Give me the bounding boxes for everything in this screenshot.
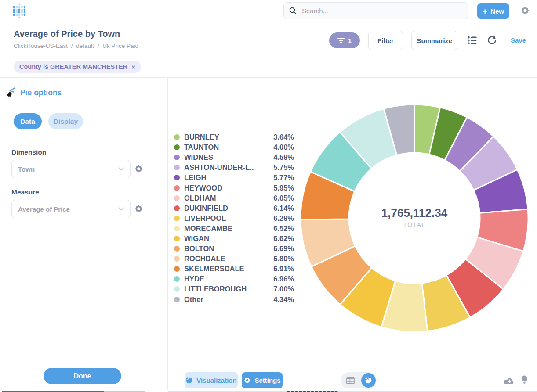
logo-dot [24,14,26,16]
logo-dot [24,9,26,11]
legend-item[interactable]: LIVERPOOL6.29% [174,213,294,223]
legend-color-dot [174,246,180,252]
measure-value: Average of Price [18,205,70,213]
legend-color-dot [174,195,180,201]
dimension-select[interactable]: Town [11,160,131,178]
logo-dot [16,14,18,16]
dimension-gear-icon[interactable] [134,164,143,173]
logo-dot [18,14,21,16]
legend-label: BURNLEY [184,133,273,141]
table-view-icon[interactable] [346,377,355,384]
chevron-down-icon [119,207,124,211]
donut-chart [299,103,530,333]
logo-dot [18,17,21,19]
logo-dot [21,9,23,11]
search-bar[interactable] [283,2,468,19]
sidebar-title: Pie options [20,88,62,97]
chart-settings-sidebar: Pie options Data Display Dimension Town … [0,78,168,392]
metabase-logo[interactable] [12,3,26,19]
tab-data[interactable]: Data [14,113,42,129]
legend-item[interactable]: WIGAN6.62% [174,234,294,244]
legend-label: WIGAN [184,234,273,243]
filter-count-pill[interactable]: 1 [329,32,360,48]
legend-item[interactable]: LEIGH5.77% [174,173,294,183]
legend-percent: 5.75% [273,163,294,172]
legend-item[interactable]: LITTLEBOROUGH7.00% [174,284,294,294]
save-button[interactable]: Save [511,36,526,44]
notebook-icon[interactable] [468,36,477,45]
logo-dot [13,6,15,8]
legend-color-dot [174,226,180,231]
legend-label: HYDE [184,275,273,283]
legend-item[interactable]: ROCHDALE6.80% [174,254,294,264]
new-button[interactable]: + New [477,3,509,19]
legend-item[interactable]: TAUNTON4.00% [174,142,294,152]
legend-percent: 6.62% [273,234,294,243]
bottom-toolbar: Visualization Settings [168,369,537,391]
breadcrumb-database[interactable]: ClickHouse-US-East [14,43,68,49]
logo-dot [21,6,23,8]
legend-item[interactable]: HEYWOOD5.95% [174,183,294,193]
legend-label: ROCHDALE [184,255,273,263]
legend-percent: 7.00% [273,285,294,293]
legend-item[interactable]: BURNLEY3.64% [174,132,294,142]
done-button[interactable]: Done [44,368,121,384]
admin-gear-icon[interactable] [520,6,530,15]
legend-item[interactable]: HYDE6.96% [174,274,294,284]
measure-select[interactable]: Average of Price [11,200,131,218]
logo-dot [18,4,21,6]
summarize-button[interactable]: Summarize [411,31,457,50]
logo-dot [21,14,23,16]
breadcrumb-separator: / [98,43,99,49]
search-input[interactable] [301,7,452,15]
legend-item[interactable]: OLDHAM6.05% [174,193,294,203]
logo-dot [16,11,18,14]
logo-dot [18,9,21,11]
breadcrumb-schema[interactable]: default [76,43,94,49]
measure-gear-icon[interactable] [134,204,143,213]
refresh-icon[interactable] [487,35,497,45]
funnel-icon [337,38,345,43]
bell-icon[interactable] [520,375,529,385]
legend-color-dot [174,205,180,211]
legend-percent: 3.64% [273,133,294,141]
legend-label: ASHTON-UNDER-L.. [184,163,273,172]
legend-item[interactable]: Other4.34% [174,295,294,305]
settings-button-label: Settings [254,377,280,384]
legend-color-dot [174,286,180,292]
legend-color-dot [174,216,180,221]
filter-chip-label: County is GREATER MANCHESTER [19,63,127,70]
filter-chip[interactable]: County is GREATER MANCHESTER × [14,61,141,73]
legend-percent: 5.95% [273,184,294,192]
legend-color-dot [174,276,180,282]
legend-item[interactable]: DUKINFIELD6.14% [174,203,294,213]
legend-label: LIVERPOOL [184,214,273,223]
download-icon[interactable] [504,376,515,385]
logo-dot [21,11,23,14]
logo-dot [24,6,26,8]
visualization-area: BURNLEY3.64%TAUNTON4.00%WIDNES4.59%ASHTO… [168,78,537,392]
legend-label: SKELMERSDALE [184,265,273,273]
breadcrumb-separator: / [71,43,73,49]
legend-item[interactable]: SKELMERSDALE6.91% [174,264,294,274]
legend-item[interactable]: MORECAMBE6.52% [174,223,294,234]
settings-button[interactable]: Settings [242,372,283,388]
legend-color-dot [174,236,180,241]
logo-dot [13,9,15,11]
legend-percent: 6.29% [273,214,294,223]
filter-button[interactable]: Filter [368,31,403,50]
legend-item[interactable]: WIDNES4.59% [174,152,294,162]
chart-view-icon[interactable] [361,373,376,388]
breadcrumb-table[interactable]: Uk Price Paid [102,43,138,49]
legend-item[interactable]: BOLTON6.69% [174,244,294,254]
legend-percent: 6.69% [273,245,294,253]
tab-display[interactable]: Display [48,113,83,129]
legend-label: Other [184,295,273,304]
legend-label: HEYWOOD [184,184,273,192]
breadcrumb[interactable]: ClickHouse-US-East / default / Uk Price … [14,43,140,49]
chevron-down-icon [119,167,124,171]
visualization-button[interactable]: Visualization [185,372,238,388]
table-chart-toggle [341,372,377,388]
legend-item[interactable]: ASHTON-UNDER-L..5.75% [174,162,294,173]
remove-filter-icon[interactable]: × [131,63,135,71]
